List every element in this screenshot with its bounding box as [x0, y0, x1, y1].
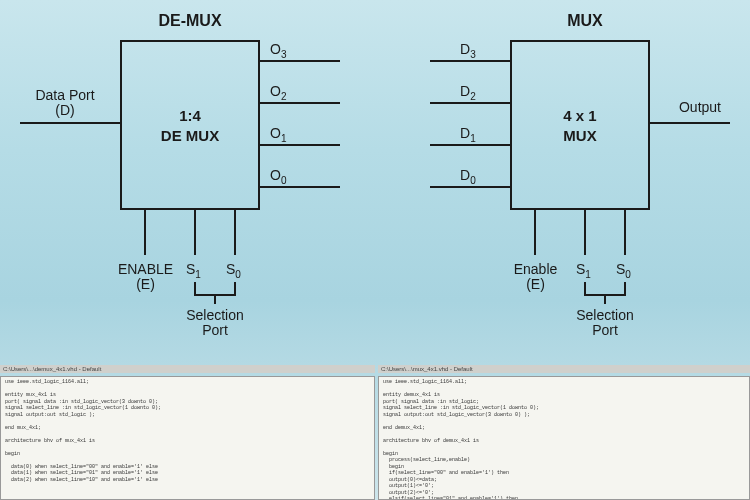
- demux-s0-line: [234, 210, 236, 255]
- mux-bracket-right: [624, 282, 626, 294]
- mux-s0-label: S0: [616, 262, 631, 280]
- mux-in0-line: [430, 186, 510, 188]
- demux-box: 1:4 DE MUX: [120, 40, 260, 210]
- demux-out0-label: O0: [270, 168, 286, 186]
- demux-out3-line: [260, 60, 340, 62]
- demux-input-line: [20, 122, 120, 124]
- mux-enable-line: [534, 210, 536, 255]
- mux-output-line: [650, 122, 730, 124]
- demux-s1-label: S1: [186, 262, 201, 280]
- demux-s1-line: [194, 210, 196, 255]
- mux-in1-line: [430, 144, 510, 146]
- mux-box-label1: 4 x 1: [512, 107, 648, 124]
- diagram-canvas: DE-MUX 1:4 DE MUX Data Port (D) O3 O2 O1…: [0, 0, 750, 500]
- demux-box-label1: 1:4: [122, 107, 258, 124]
- code-left-header: C:\Users\...\demux_4x1.vhd - Default: [0, 365, 375, 373]
- demux-bracket-right: [234, 282, 236, 294]
- demux-out3-label: O3: [270, 42, 286, 60]
- demux-box-label2: DE MUX: [122, 127, 258, 144]
- mux-selection-port-label: Selection Port: [570, 308, 640, 339]
- mux-bracket-left: [584, 282, 586, 294]
- demux-bracket-left: [194, 282, 196, 294]
- mux-box: 4 x 1 MUX: [510, 40, 650, 210]
- code-panel-left: use ieee.std_logic_1164.all; entity mux_…: [0, 376, 375, 500]
- mux-title: MUX: [555, 12, 615, 30]
- code-right-header: C:\Users\...\mux_4x1.vhd - Default: [378, 365, 750, 373]
- mux-in3-label: D3: [460, 42, 476, 60]
- demux-title: DE-MUX: [150, 12, 230, 30]
- mux-in0-label: D0: [460, 168, 476, 186]
- mux-s1-line: [584, 210, 586, 255]
- demux-out2-line: [260, 102, 340, 104]
- demux-s0-label: S0: [226, 262, 241, 280]
- demux-out1-label: O1: [270, 126, 286, 144]
- mux-enable-label: Enable (E): [498, 262, 573, 293]
- demux-out0-line: [260, 186, 340, 188]
- mux-in1-label: D1: [460, 126, 476, 144]
- mux-in3-line: [430, 60, 510, 62]
- demux-out2-label: O2: [270, 84, 286, 102]
- demux-enable-line: [144, 210, 146, 255]
- mux-s1-label: S1: [576, 262, 591, 280]
- demux-selection-port-label: Selection Port: [180, 308, 250, 339]
- mux-output-label: Output: [670, 100, 730, 115]
- mux-box-label2: MUX: [512, 127, 648, 144]
- demux-out1-line: [260, 144, 340, 146]
- demux-enable-label: ENABLE (E): [108, 262, 183, 293]
- mux-s0-line: [624, 210, 626, 255]
- demux-bracket-stem: [214, 294, 216, 304]
- mux-in2-label: D2: [460, 84, 476, 102]
- code-panel-right: use ieee.std_logic_1164.all; entity demu…: [378, 376, 750, 500]
- demux-input-label: Data Port (D): [20, 88, 110, 119]
- mux-in2-line: [430, 102, 510, 104]
- mux-bracket-stem: [604, 294, 606, 304]
